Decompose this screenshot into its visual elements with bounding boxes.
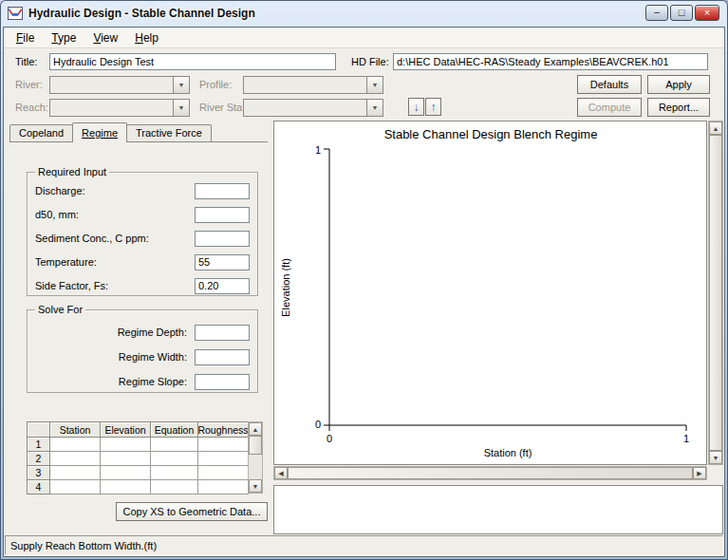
chart-scroll-right-button[interactable]: ▶ [693, 467, 706, 479]
scroll-up-icon: ▲ [713, 125, 719, 132]
table-cell[interactable] [101, 480, 151, 495]
table-cell[interactable] [50, 452, 101, 466]
table-cell[interactable] [151, 438, 198, 452]
menu-view[interactable]: View [84, 28, 126, 47]
profile-label: Profile: [199, 79, 232, 90]
down-arrow-icon: ↓ [414, 101, 420, 114]
scroll-down-icon: ▼ [252, 483, 259, 490]
minimize-button[interactable]: − [645, 5, 668, 21]
river-combo-dropdown-icon: ▼ [173, 77, 189, 93]
tab-tractive-force[interactable]: Tractive Force [126, 124, 212, 141]
solve-for-group: Solve For Regime Depth: Regime Width: Re… [27, 309, 258, 393]
profile-combo[interactable]: ▼ [243, 76, 383, 94]
chart-scroll-up-button[interactable]: ▲ [709, 121, 722, 135]
table-cell[interactable] [50, 466, 101, 480]
reach-label: Reach: [15, 102, 48, 113]
up-arrow-icon: ↑ [431, 101, 437, 114]
row-number: 3 [28, 466, 50, 480]
titlebar[interactable]: Hydraulic Design - Stable Channel Design… [3, 0, 725, 27]
row-number: 1 [28, 438, 50, 452]
maximize-button[interactable]: □ [670, 5, 693, 21]
river-sta-up-button[interactable]: ↑ [425, 98, 441, 116]
table-cell[interactable] [198, 452, 249, 466]
hd-file-label: HD File: [351, 56, 389, 67]
table-cell[interactable] [101, 438, 151, 452]
river-sta-down-button[interactable]: ↓ [408, 98, 424, 116]
table-cell[interactable] [151, 452, 198, 466]
menu-type[interactable]: Type [43, 28, 84, 47]
table-corner-header [28, 422, 50, 438]
x-tick-label-min: 0 [327, 433, 332, 444]
title-input[interactable] [49, 53, 336, 70]
side-factor-input[interactable] [195, 278, 250, 294]
menu-help[interactable]: Help [126, 28, 167, 47]
title-label: Title: [15, 56, 37, 67]
table-scroll-up-button[interactable]: ▲ [249, 422, 262, 436]
compute-button[interactable]: Compute [577, 98, 642, 117]
report-button[interactable]: Report... [647, 98, 710, 117]
scroll-right-icon: ▶ [697, 470, 701, 476]
regime-slope-input[interactable] [195, 374, 250, 390]
tab-tractive-force-label: Tractive Force [136, 127, 202, 139]
client-area: File Type View Help Title: HD File: Rive… [3, 27, 725, 557]
table-cell[interactable] [198, 480, 249, 495]
tab-regime[interactable]: Regime [72, 122, 127, 142]
chart-canvas: Stable Channel Design Blench Regime 1 0 … [273, 121, 707, 465]
apply-button[interactable]: Apply [647, 75, 710, 94]
chart-title: Stable Channel Design Blench Regime [384, 127, 598, 141]
chart-hscroll-thumb[interactable] [288, 467, 693, 479]
table-cell[interactable] [101, 466, 151, 480]
regime-depth-label: Regime Depth: [35, 327, 195, 338]
sediment-conc-label: Sediment Conc., C ppm: [35, 233, 195, 244]
solve-for-title: Solve For [35, 304, 85, 315]
table-cell[interactable] [101, 452, 151, 466]
column-header-roughness: Roughness [198, 422, 249, 438]
table-cell[interactable] [50, 438, 101, 452]
regime-depth-input[interactable] [195, 325, 250, 341]
chart-horizontal-scrollbar[interactable]: ◀ ▶ [273, 466, 707, 480]
table-cell[interactable] [151, 466, 198, 480]
discharge-label: Discharge: [35, 185, 195, 196]
river-sta-label: River Sta.: [199, 102, 248, 113]
discharge-input[interactable] [195, 183, 250, 199]
close-button[interactable]: × [695, 5, 719, 21]
reach-combo[interactable]: ▼ [49, 99, 190, 117]
regime-width-input[interactable] [195, 349, 250, 365]
side-factor-label: Side Factor, Fs: [35, 280, 195, 291]
minimize-icon: − [654, 8, 660, 18]
chart-region: Stable Channel Design Blench Regime 1 0 … [273, 121, 723, 480]
sediment-conc-input[interactable] [195, 231, 250, 247]
table-scroll-down-button[interactable]: ▼ [249, 479, 262, 493]
maximize-icon: □ [679, 8, 685, 18]
defaults-button[interactable]: Defaults [577, 75, 642, 94]
tabstrip: Copeland Regime Tractive Force [9, 122, 268, 142]
river-sta-combo[interactable]: ▼ [243, 99, 383, 117]
header-panel: Title: HD File: River: ▼ Profile: ▼ Defa… [4, 48, 724, 122]
temperature-input[interactable] [195, 254, 250, 271]
hd-file-input[interactable] [393, 53, 708, 70]
scroll-up-icon: ▲ [252, 426, 259, 433]
river-sta-combo-dropdown-icon: ▼ [366, 100, 383, 116]
copy-xs-button[interactable]: Copy XS to Geometric Data... [116, 502, 268, 521]
chart-vscroll-thumb[interactable] [709, 135, 722, 451]
table-vertical-scrollbar[interactable]: ▲ ▼ [248, 421, 263, 494]
profile-combo-dropdown-icon: ▼ [366, 77, 383, 93]
column-header-elevation: Elevation [101, 422, 151, 438]
required-input-group: Required Input Discharge: d50, mm: Sedim… [27, 172, 258, 296]
table-scroll-thumb[interactable] [249, 436, 262, 455]
d50-input[interactable] [195, 207, 250, 223]
table-cell[interactable] [151, 480, 198, 495]
table-cell[interactable] [198, 438, 249, 452]
chart-vertical-scrollbar[interactable]: ▲ ▼ [708, 121, 723, 465]
menu-file[interactable]: File [8, 28, 43, 47]
table-cell[interactable] [198, 466, 249, 480]
river-combo[interactable]: ▼ [49, 76, 190, 94]
app-window: Hydraulic Design - Stable Channel Design… [0, 0, 728, 560]
chart-scroll-down-button[interactable]: ▼ [709, 451, 722, 464]
tab-regime-label: Regime [82, 127, 118, 139]
x-tick-label-max: 1 [683, 433, 689, 444]
chart-scroll-left-button[interactable]: ◀ [274, 467, 288, 479]
tab-copeland[interactable]: Copeland [9, 124, 73, 141]
table-cell[interactable] [50, 480, 101, 495]
x-axis-title: Station (ft) [484, 447, 532, 458]
